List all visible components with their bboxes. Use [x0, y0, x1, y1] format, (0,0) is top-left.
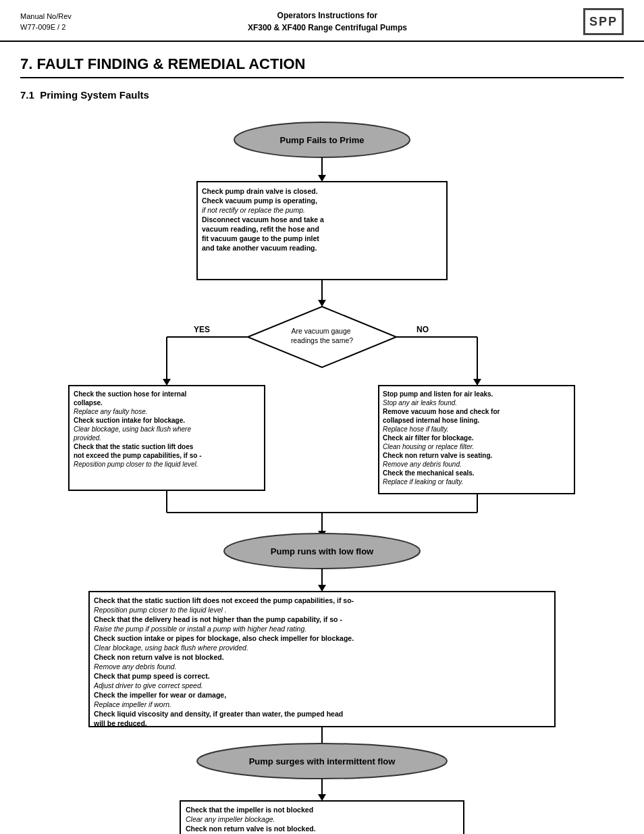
svg-marker-31: [318, 585, 326, 592]
svg-text:Check pump drain valve is clos: Check pump drain valve is closed. Check …: [202, 187, 326, 252]
svg-marker-13: [163, 379, 171, 386]
svg-marker-3: [318, 175, 326, 182]
section-title: 7. FAULT FINDING & REMEDIAL ACTION: [20, 55, 624, 78]
svg-text:NO: NO: [417, 325, 429, 334]
logo: SPP: [583, 8, 624, 35]
page: Manual No/Rev W77-009E / 2 Operators Ins…: [0, 0, 644, 834]
svg-marker-7: [318, 300, 326, 307]
logo-text: SPP: [589, 15, 618, 29]
title-line2: XF300 & XF400 Range Centrifugal Pumps: [248, 22, 407, 34]
flowchart-svg: Pump Fails to Prime Check pump drain val…: [32, 114, 612, 834]
page-header: Manual No/Rev W77-009E / 2 Operators Ins…: [0, 0, 644, 42]
manual-no-label: Manual No/Rev: [20, 11, 72, 22]
manual-no-value: W77-009E / 2: [20, 22, 72, 33]
svg-text:Pump runs with low flow: Pump runs with low flow: [271, 546, 374, 556]
header-title: Operators Instructions for XF300 & XF400…: [248, 9, 407, 34]
content-area: 7. FAULT FINDING & REMEDIAL ACTION 7.1 P…: [0, 42, 644, 834]
title-line1: Operators Instructions for: [248, 9, 407, 22]
svg-text:YES: YES: [194, 325, 210, 334]
header-manual-info: Manual No/Rev W77-009E / 2: [20, 11, 72, 33]
sub-section-title: 7.1 Priming System Faults: [20, 89, 624, 101]
svg-text:Pump Fails to Prime: Pump Fails to Prime: [280, 135, 365, 145]
svg-marker-39: [318, 794, 326, 801]
svg-marker-17: [473, 379, 481, 386]
svg-text:Pump surges with intermittent : Pump surges with intermittent flow: [249, 756, 396, 766]
